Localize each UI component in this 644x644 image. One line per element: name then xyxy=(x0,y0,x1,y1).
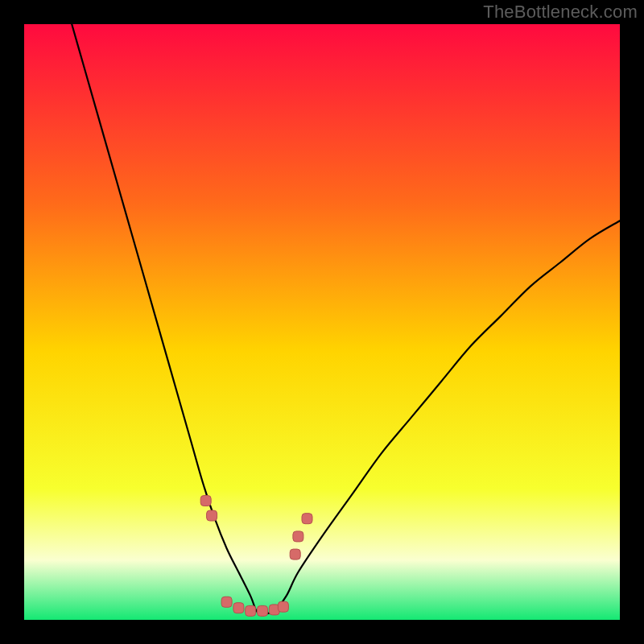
curve-marker xyxy=(200,496,211,506)
curve-marker xyxy=(278,601,288,612)
watermark-text: TheBottleneck.com xyxy=(483,2,638,23)
curve-marker xyxy=(246,605,256,616)
curve-marker xyxy=(221,597,232,607)
curve-marker xyxy=(290,549,300,559)
bottleneck-chart xyxy=(0,0,644,644)
curve-marker xyxy=(258,605,268,616)
curve-marker xyxy=(233,603,244,613)
chart-gradient-bg xyxy=(24,24,620,620)
chart-container: TheBottleneck.com xyxy=(0,0,644,644)
curve-marker xyxy=(302,514,312,524)
curve-marker xyxy=(207,510,217,521)
curve-marker xyxy=(293,531,303,542)
